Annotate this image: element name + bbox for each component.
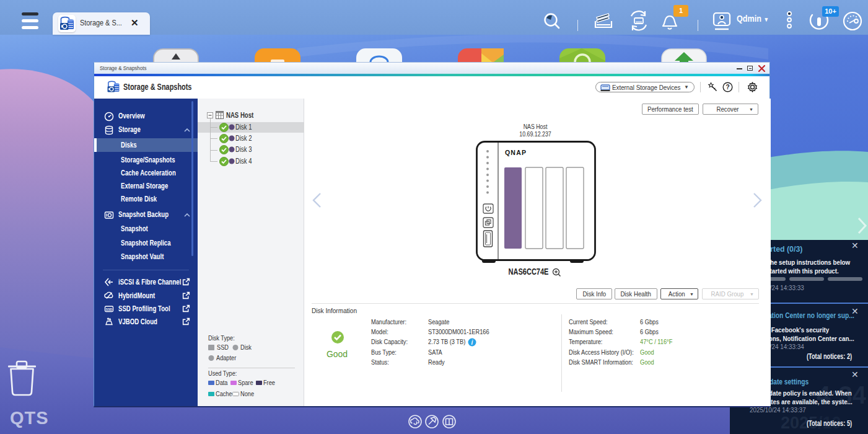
svg-text:SSD: SSD <box>106 308 113 311</box>
svg-text:QNAP: QNAP <box>505 149 527 156</box>
svg-text:i: i <box>471 339 473 346</box>
svg-text:?: ? <box>726 84 729 91</box>
